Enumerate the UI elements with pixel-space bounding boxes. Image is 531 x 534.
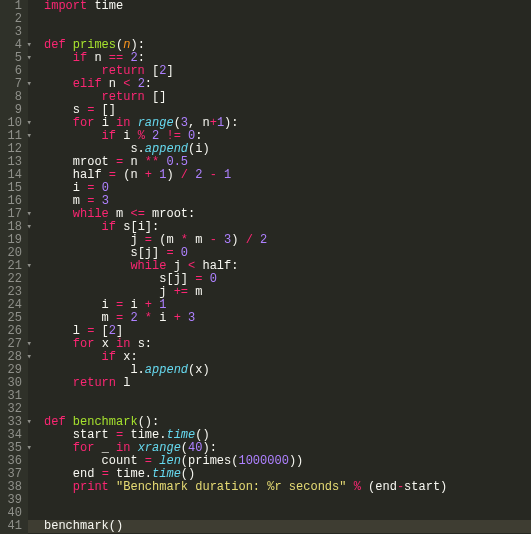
code-editor[interactable]: 1234▾5▾67▾8910▾11▾121314151617▾18▾192021… — [0, 0, 531, 534]
code-line[interactable]: i = 0 — [44, 182, 531, 195]
code-line[interactable]: return l — [44, 377, 531, 390]
line-gutter: 1234▾5▾67▾8910▾11▾121314151617▾18▾192021… — [0, 0, 28, 534]
code-line[interactable] — [44, 390, 531, 403]
code-area[interactable]: import timedef primes(n): if n == 2: ret… — [28, 0, 531, 534]
code-line[interactable]: half = (n + 1) / 2 - 1 — [44, 169, 531, 182]
line-number[interactable]: 41 — [4, 520, 22, 533]
code-line[interactable]: import time — [44, 0, 531, 13]
code-line[interactable]: return [] — [44, 91, 531, 104]
code-line[interactable] — [44, 13, 531, 26]
code-line[interactable]: print "Benchmark duration: %r seconds" %… — [44, 481, 531, 494]
code-line[interactable] — [44, 494, 531, 507]
